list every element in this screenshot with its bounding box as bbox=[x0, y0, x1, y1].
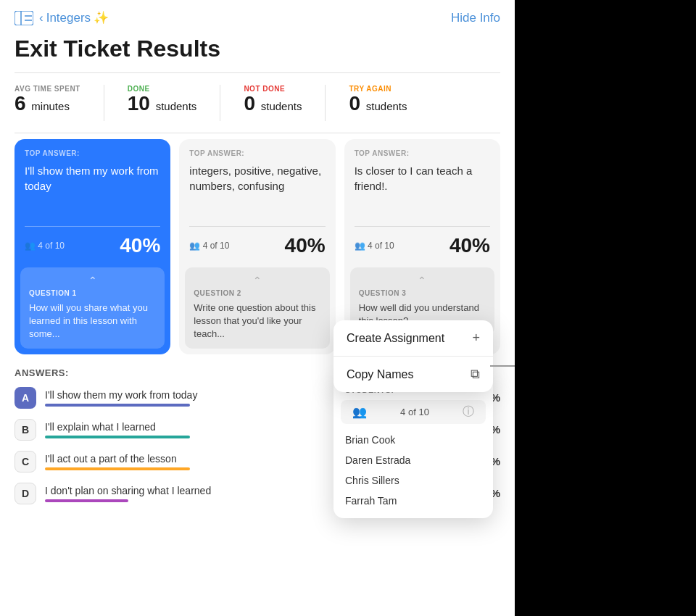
chevron-up-icon-3: ⌃ bbox=[359, 275, 486, 289]
done-value: 10 students bbox=[128, 93, 197, 115]
stat-separator-3 bbox=[325, 85, 326, 121]
answer-bar-b bbox=[45, 436, 190, 438]
copy-icon: ⧉ bbox=[471, 367, 480, 382]
create-assignment-label: Create Assignment bbox=[347, 332, 444, 345]
students-count-row: 👥 4 of 10 ⓘ bbox=[341, 400, 486, 424]
students-group-icon: 👥 bbox=[352, 405, 367, 419]
plus-icon: + bbox=[472, 330, 480, 346]
card-3-students: 👥 4 of 10 bbox=[355, 241, 394, 251]
students-panel: STUDENTS: 👥 4 of 10 ⓘ Brian Cook Daren E… bbox=[334, 377, 493, 518]
chevron-up-icon-1: ⌃ bbox=[29, 275, 156, 289]
main-panel: ‹ Integers ✨ Hide Info Exit Ticket Resul… bbox=[0, 0, 515, 616]
notdone-value: 0 students bbox=[244, 93, 302, 115]
card-3-pct: 40% bbox=[450, 234, 490, 257]
stat-done: DONE 10 students bbox=[128, 85, 197, 115]
dropdown-menu: Create Assignment + Copy Names ⧉ bbox=[334, 320, 493, 392]
answer-letter-d: D bbox=[14, 483, 36, 504]
card-1-stats: 👥 4 of 10 40% bbox=[14, 227, 170, 265]
tryagain-value: 0 students bbox=[349, 93, 407, 115]
card-1-bottom: ⌃ QUESTION 1 How will you share what you… bbox=[20, 267, 165, 349]
card-2-top: TOP ANSWER: integers, positive, negative… bbox=[179, 139, 335, 226]
create-assignment-item[interactable]: Create Assignment + bbox=[334, 320, 493, 356]
stat-tryagain: TRY AGAIN 0 students bbox=[349, 85, 407, 115]
card-1-top-label: TOP ANSWER: bbox=[25, 149, 160, 157]
card-3-q-label: QUESTION 3 bbox=[359, 289, 486, 297]
copy-names-label: Copy Names bbox=[347, 368, 413, 381]
chevron-left-icon: ‹ bbox=[39, 11, 44, 25]
back-button[interactable]: ‹ Integers ✨ bbox=[39, 10, 109, 25]
sidebar-toggle[interactable] bbox=[14, 11, 33, 25]
chevron-up-icon-2: ⌃ bbox=[194, 275, 320, 289]
card-1-students: 👥 4 of 10 bbox=[25, 241, 65, 251]
nav-left: ‹ Integers ✨ bbox=[14, 10, 109, 25]
info-icon: ⓘ bbox=[463, 404, 474, 420]
card-2-bottom: ⌃ QUESTION 2 Write one question about th… bbox=[185, 267, 329, 349]
top-nav: ‹ Integers ✨ Hide Info bbox=[0, 0, 515, 33]
back-label: Integers bbox=[46, 11, 91, 25]
card-2-pct: 40% bbox=[285, 234, 326, 257]
card-1-pct: 40% bbox=[120, 234, 160, 257]
stat-avg-time: AVG TIME SPENT 6 minutes bbox=[14, 85, 80, 115]
card-1-answer-text: I'll show them my work from today bbox=[25, 163, 160, 193]
answer-bar-c bbox=[45, 467, 190, 470]
student-name-2: Daren Estrada bbox=[334, 450, 493, 470]
stat-separator-1 bbox=[104, 85, 104, 121]
card-3-top: TOP ANSWER: Is closer to I can teach a f… bbox=[344, 139, 500, 226]
card-2-answer-text: integers, positive, negative, numbers, c… bbox=[189, 163, 325, 193]
card-1-q-text: How will you share what you learned in t… bbox=[29, 301, 156, 341]
card-3-stats: 👥 4 of 10 40% bbox=[344, 227, 500, 265]
stats-row: AVG TIME SPENT 6 minutes DONE 10 student… bbox=[0, 73, 515, 133]
card-2-q-label: QUESTION 2 bbox=[194, 289, 320, 297]
answer-letter-a: A bbox=[14, 387, 36, 409]
answer-letter-c: C bbox=[14, 451, 36, 473]
hide-info-button[interactable]: Hide Info bbox=[451, 11, 500, 25]
students-count-text: 4 of 10 bbox=[400, 407, 429, 417]
page-title: Exit Ticket Results bbox=[0, 33, 515, 72]
student-name-3: Chris Sillers bbox=[334, 470, 493, 491]
copy-names-item[interactable]: Copy Names ⧉ bbox=[334, 357, 493, 392]
divider-stats bbox=[14, 133, 500, 133]
answer-letter-b: B bbox=[14, 419, 36, 441]
card-2-q-text: Write one question about this lesson tha… bbox=[194, 301, 320, 341]
answer-bar-d bbox=[45, 499, 128, 502]
card-2-top-label: TOP ANSWER: bbox=[189, 149, 325, 157]
card-1[interactable]: TOP ANSWER: I'll show them my work from … bbox=[14, 139, 170, 354]
svg-rect-0 bbox=[14, 11, 33, 25]
student-name-4: Farrah Tam bbox=[334, 491, 493, 511]
card-2-students: 👥 4 of 10 bbox=[189, 241, 229, 251]
sparkle-icon: ✨ bbox=[94, 10, 109, 25]
student-name-1: Brian Cook bbox=[334, 430, 493, 450]
answer-bar-a bbox=[45, 404, 190, 407]
stat-notdone: NOT DONE 0 students bbox=[244, 85, 302, 115]
card-2-stats: 👥 4 of 10 40% bbox=[179, 227, 335, 265]
avg-time-value: 6 minutes bbox=[14, 93, 80, 115]
stat-separator-2 bbox=[220, 85, 220, 121]
connector-line bbox=[490, 365, 515, 367]
card-2[interactable]: TOP ANSWER: integers, positive, negative… bbox=[179, 139, 335, 354]
card-1-top: TOP ANSWER: I'll show them my work from … bbox=[14, 139, 170, 226]
card-1-q-label: QUESTION 1 bbox=[29, 289, 156, 297]
card-3-top-label: TOP ANSWER: bbox=[355, 149, 490, 157]
card-3-answer-text: Is closer to I can teach a friend!. bbox=[355, 163, 490, 193]
